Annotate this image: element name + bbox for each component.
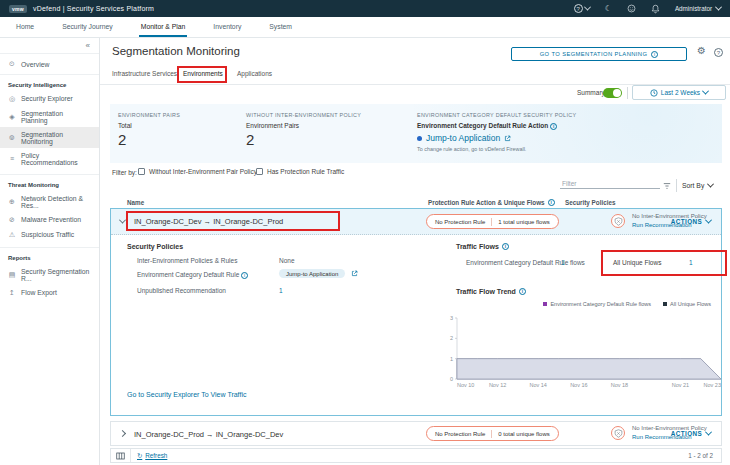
legend-label: All Unique Flows <box>670 301 711 307</box>
user-name: Administrator <box>675 5 712 12</box>
sidebar-item-overview[interactable]: ⊙ Overview <box>0 54 99 75</box>
column-header-name[interactable]: Name <box>127 199 144 206</box>
sidebar-item-network-detection[interactable]: ⊕ Network Detection & Res... <box>0 191 99 212</box>
refresh-label: Refresh <box>145 452 167 459</box>
nav-item-monitor-plan[interactable]: Monitor & Plan <box>139 17 188 37</box>
vdefend-app: vmw vDefend | Security Services Platform… <box>0 0 730 465</box>
info-icon[interactable]: i <box>519 288 526 295</box>
protection-rule-badge: No Protection Rule 1 total unique flows <box>426 214 559 229</box>
sidebar-item-label: Flow Export <box>21 289 57 296</box>
checkbox-icon <box>256 168 263 175</box>
actions-menu[interactable]: ACTIONS <box>671 430 711 437</box>
checkbox-without-policy[interactable]: Without Inter-Environment Pair Policy <box>138 168 257 175</box>
sidebar-item-label: Segmentation Planning <box>21 110 91 124</box>
filter-icon[interactable] <box>663 182 671 191</box>
sidebar-item-policy-recommendations[interactable]: ≡ Policy Recommendations <box>0 148 99 169</box>
unpublished-recommendation-count[interactable]: 1 <box>279 287 283 294</box>
user-menu[interactable]: Administrator <box>675 5 721 12</box>
environment-pair-name[interactable]: IN_Orange-DC_Prod → IN_Orange-DC_Dev <box>134 430 283 439</box>
sidebar-item-flow-export[interactable]: ↥ Flow Export <box>0 285 99 300</box>
legend-item-all-unique-flows: All Unique Flows <box>663 301 711 307</box>
summary-card-default-security-policy: ENVIRONMENT CATEGORY DEFAULT SECURITY PO… <box>417 112 576 152</box>
external-link-icon[interactable] <box>504 135 511 142</box>
default-rule-action-label: Environment Category Default Rule Action <box>417 122 548 129</box>
sidebar-item-segmentation-monitoring[interactable]: ⊚ Segmentation Monitoring <box>0 127 99 148</box>
field-value: Jump-to Application <box>279 269 358 278</box>
svg-text:2: 2 <box>450 335 453 341</box>
protection-rule-badge: No Protection Rule 0 total unique flows <box>426 426 559 441</box>
svg-text:3: 3 <box>450 315 453 321</box>
trend-title-text: Traffic Flow Trend <box>456 288 516 295</box>
svg-text:1: 1 <box>450 356 453 362</box>
security-explorer-icon: ◎ <box>8 95 16 103</box>
column-header-policies[interactable]: Security Policies <box>565 199 615 206</box>
sidebar-item-malware-prevention[interactable]: ⊘ Malware Prevention <box>0 212 99 227</box>
external-link-icon[interactable] <box>351 270 358 277</box>
feedback-icon[interactable] <box>627 4 636 13</box>
sidebar-item-segmentation-planning[interactable]: ◈ Segmentation Planning <box>0 106 99 127</box>
nav-item-security-journey[interactable]: Security Journey <box>60 17 115 37</box>
summary-toggle[interactable] <box>603 88 622 98</box>
rule-badge-text: No Protection Rule <box>435 431 485 437</box>
all-unique-flows-value[interactable]: 1 <box>689 259 693 266</box>
sidebar-item-label: Segmentation Monitoring <box>21 131 91 145</box>
info-icon[interactable]: i <box>550 123 557 130</box>
rule-action-status-dot <box>417 136 422 141</box>
filter-by-label: Filter by: <box>112 169 137 176</box>
info-icon[interactable]: i <box>548 199 555 206</box>
field-value: None <box>279 257 295 264</box>
nav-item-home[interactable]: Home <box>14 17 36 37</box>
info-icon[interactable]: i <box>502 243 509 250</box>
help-menu[interactable]: ? <box>574 4 590 13</box>
gear-icon[interactable]: ⚙ <box>697 45 706 56</box>
tab-infrastructure-services[interactable]: Infrastructure Services <box>112 66 177 83</box>
flow-export-icon: ↥ <box>8 289 16 297</box>
suspicious-traffic-icon: ⚠ <box>8 231 16 239</box>
all-unique-flows-label: All Unique Flows <box>613 259 661 266</box>
row-header[interactable]: IN_Orange-DC_Dev → IN_Orange-DC_Prod No … <box>111 209 721 235</box>
column-picker-icon[interactable] <box>111 449 131 462</box>
tab-environments[interactable]: Environments <box>183 66 223 83</box>
page-help-icon[interactable]: ? <box>714 48 723 57</box>
chevron-down-icon <box>715 4 722 11</box>
time-range-dropdown[interactable]: Last 2 Weeks <box>632 85 726 100</box>
environment-pair-name[interactable]: IN_Orange-DC_Dev → IN_Orange-DC_Prod <box>134 217 283 226</box>
tab-applications[interactable]: Applications <box>237 66 272 83</box>
sort-by-dropdown[interactable]: Sort By <box>682 182 713 189</box>
filter-input[interactable] <box>560 179 660 189</box>
traffic-flow-trend-title: Traffic Flow Trend i <box>456 288 526 295</box>
go-to-security-explorer-link[interactable]: Go to Security Explorer To View Traffic <box>127 391 246 398</box>
nav-item-system[interactable]: System <box>267 17 294 37</box>
actions-menu[interactable]: ACTIONS <box>671 218 711 225</box>
info-icon: i <box>651 51 658 58</box>
overview-icon: ⊙ <box>8 60 16 68</box>
chevron-down-icon <box>584 4 591 11</box>
environment-pair-row-collapsed[interactable]: IN_Orange-DC_Prod → IN_Orange-DC_Dev No … <box>110 421 722 446</box>
field-label-text: Environment Category Default Rule <box>137 271 239 278</box>
default-rule-flows-value[interactable]: 1 <box>561 259 565 266</box>
sidebar-item-label: Suspicious Traffic <box>21 231 74 238</box>
refresh-link[interactable]: ↻ Refresh <box>137 452 167 459</box>
dark-mode-icon[interactable]: ☾ <box>605 4 612 13</box>
sidebar-item-security-explorer[interactable]: ◎ Security Explorer <box>0 91 99 106</box>
summary-toggle-label: Summary <box>577 89 605 96</box>
segmentation-planning-icon: ◈ <box>8 113 16 121</box>
sidebar-item-security-segmentation-report[interactable]: ▤ Security Segmentation R... <box>0 264 99 285</box>
svg-text:0: 0 <box>450 376 453 382</box>
notifications-bell-icon[interactable] <box>651 4 660 14</box>
sidebar-item-suspicious-traffic[interactable]: ⚠ Suspicious Traffic <box>0 227 99 242</box>
checkbox-has-protection-traffic[interactable]: Has Protection Rule Traffic <box>256 168 344 175</box>
sidebar-item-label: Network Detection & Res... <box>21 195 91 209</box>
column-header-protection[interactable]: Protection Rule Action & Unique Flows i <box>428 199 555 206</box>
go-to-segmentation-planning-button[interactable]: GO TO SEGMENTATION PLANNING i <box>511 47 687 61</box>
nav-item-inventory[interactable]: Inventory <box>211 17 243 37</box>
collapse-row-chevron-icon[interactable] <box>119 217 126 224</box>
chart-legend: Environment Category Default Rule flows … <box>543 301 711 307</box>
chevron-down-icon <box>702 88 709 95</box>
sidebar-collapse-icon[interactable]: « <box>0 38 99 54</box>
info-icon[interactable]: i <box>241 272 248 279</box>
sidebar-item-label: Security Segmentation R... <box>21 268 91 282</box>
legend-label: Environment Category Default Rule flows <box>550 301 651 307</box>
expand-row-chevron-icon[interactable] <box>119 430 126 437</box>
trend-area-chart: 0123Nov 10Nov 12Nov 14Nov 16Nov 18Nov 21… <box>443 313 723 391</box>
